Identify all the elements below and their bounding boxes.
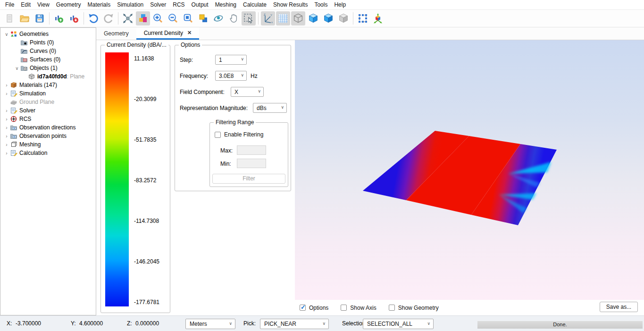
expander-icon[interactable]: ∨ — [14, 66, 20, 71]
points-folder-icon — [20, 39, 28, 46]
origin-axes-icon[interactable] — [371, 11, 385, 25]
menu-calculate[interactable]: Calculate — [240, 0, 270, 9]
expander-icon[interactable]: › — [3, 83, 10, 88]
tree-item-plane-object[interactable]: id7a40fd0d : Plane — [0, 72, 96, 81]
frequency-unit: Hz — [251, 73, 258, 79]
show-axis-checkbox[interactable]: Show Axis — [341, 305, 376, 311]
smooth-cube-icon[interactable] — [321, 11, 335, 25]
expander-icon[interactable]: › — [3, 125, 10, 130]
menu-show-results[interactable]: Show Results — [270, 0, 311, 9]
axes-icon[interactable]: ZYx — [261, 11, 275, 25]
filter-button[interactable]: Filter — [212, 174, 285, 184]
pick-dropdown[interactable]: PICK_NEAR∨ — [260, 319, 329, 329]
expander-icon[interactable]: › — [3, 108, 10, 113]
tree-item-solver[interactable]: › Solver — [0, 106, 96, 115]
grid-icon[interactable] — [276, 11, 290, 25]
fit-view-icon[interactable] — [121, 11, 135, 25]
menu-view[interactable]: View — [34, 0, 53, 9]
undo-icon[interactable] — [86, 11, 100, 25]
pan-hand-icon[interactable] — [226, 11, 241, 25]
units-dropdown[interactable]: Meters∨ — [185, 319, 235, 329]
color-scale-gradient — [105, 52, 129, 306]
tree-item-geometries[interactable]: ∨ Geometries — [0, 30, 96, 38]
gray-cube-icon[interactable] — [336, 11, 351, 25]
tree-item-rcs[interactable]: › RCS — [0, 115, 96, 123]
legend-title: Current Density (dBA/... — [105, 42, 168, 48]
save-icon[interactable] — [33, 11, 47, 25]
tree-item-curves[interactable]: Curves (0) — [0, 47, 96, 55]
tree-item-points[interactable]: Points (0) — [0, 38, 96, 47]
step-dropdown[interactable]: 1∨ — [215, 55, 247, 65]
zoom-out-icon[interactable] — [166, 11, 180, 25]
expander-icon[interactable]: › — [3, 134, 10, 139]
show-geometry-checkbox[interactable]: Show Geometry — [389, 305, 439, 311]
new-file-icon[interactable] — [2, 11, 17, 25]
menu-help[interactable]: Help — [331, 0, 349, 9]
menu-output[interactable]: Output — [188, 0, 212, 9]
step-label: Step: — [180, 57, 193, 63]
legend-tick: -114.7308 — [134, 218, 169, 224]
rcs-icon — [10, 116, 17, 122]
menu-meshing[interactable]: Meshing — [212, 0, 240, 9]
shaded-cube-icon[interactable] — [306, 11, 320, 25]
geometries-icon — [10, 31, 17, 37]
tree-item-label: id7a40fd0d — [37, 73, 67, 80]
tab-geometry[interactable]: Geometry — [96, 27, 136, 40]
menu-solver[interactable]: Solver — [147, 0, 169, 9]
tree-item-objects[interactable]: ∨ Objects (1) — [0, 64, 96, 72]
tree-item-observation-directions[interactable]: › Observation directions — [0, 123, 96, 132]
select-region-icon[interactable] — [242, 11, 256, 25]
menu-file[interactable]: File — [2, 0, 17, 9]
wireframe-cube-icon[interactable] — [291, 11, 305, 25]
checkbox-box[interactable] — [215, 132, 221, 138]
tree-item-materials[interactable]: › Materials (147) — [0, 81, 96, 89]
field-component-dropdown[interactable]: X∨ — [231, 87, 264, 97]
export-icon[interactable] — [67, 11, 81, 25]
tree-item-meshing[interactable]: › Meshing — [0, 140, 96, 149]
zoom-window-icon[interactable] — [181, 11, 195, 25]
expander-icon[interactable]: › — [3, 117, 10, 122]
checkbox-box[interactable] — [389, 305, 395, 311]
options-checkbox[interactable]: Options — [300, 305, 328, 311]
colored-cubes-icon[interactable] — [136, 11, 150, 25]
menu-materials[interactable]: Materials — [84, 0, 114, 9]
import-icon[interactable] — [52, 11, 66, 25]
selection-rect-icon[interactable] — [356, 11, 370, 25]
open-folder-icon[interactable] — [17, 11, 32, 25]
tree-item-simulation[interactable]: › Simulation — [0, 89, 96, 98]
application-window: File Edit View Geometry Materials Simula… — [0, 0, 644, 331]
menu-geometry[interactable]: Geometry — [53, 0, 84, 9]
menu-simulation[interactable]: Simulation — [114, 0, 147, 9]
tree-item-ground-plane[interactable]: Ground Plane — [0, 98, 96, 106]
tree-item-observation-points[interactable]: › Observation points — [0, 132, 96, 140]
checkbox-box[interactable] — [300, 305, 306, 311]
expander-icon[interactable]: › — [3, 151, 10, 156]
representation-magnitude-dropdown[interactable]: dBs∨ — [253, 103, 287, 113]
tree-item-calculation[interactable]: › Calculation — [0, 149, 96, 157]
frequency-dropdown[interactable]: 3.0E8∨ — [215, 71, 247, 81]
enable-filtering-checkbox[interactable]: Enable Filtering — [215, 131, 263, 138]
menu-rcs[interactable]: RCS — [169, 0, 188, 9]
expander-icon[interactable]: › — [3, 91, 10, 96]
tree-item-surfaces[interactable]: Surfaces (0) — [0, 55, 96, 64]
3d-viewport[interactable] — [295, 40, 644, 300]
legend-tick: -51.7835 — [134, 136, 169, 143]
save-as-button[interactable]: Save as... — [600, 302, 638, 312]
expander-icon[interactable]: ∨ — [3, 32, 10, 37]
expander-icon[interactable]: › — [3, 142, 10, 147]
min-label: Min: — [220, 161, 231, 167]
status-bar: X: -3.700000 Y: 4.600000 Z: 0.000000 Met… — [0, 315, 644, 331]
overlap-squares-icon[interactable] — [196, 11, 210, 25]
selection-dropdown[interactable]: SELECTION_ALL∨ — [363, 319, 434, 329]
tab-current-density[interactable]: Current Density ✕ — [136, 27, 200, 40]
redo-icon[interactable] — [101, 11, 116, 25]
close-icon[interactable]: ✕ — [187, 30, 192, 36]
checkbox-box[interactable] — [341, 305, 347, 311]
max-input[interactable] — [237, 145, 266, 155]
min-input[interactable] — [237, 159, 266, 168]
project-tree: ∨ Geometries Points (0) Curves (0) Surfa… — [0, 27, 96, 315]
menu-tools[interactable]: Tools — [311, 0, 331, 9]
zoom-in-icon[interactable] — [151, 11, 165, 25]
menu-edit[interactable]: Edit — [17, 0, 34, 9]
orbit-icon[interactable] — [211, 11, 226, 25]
